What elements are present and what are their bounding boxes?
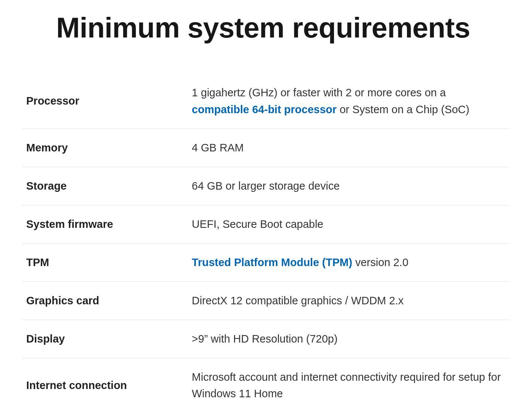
row-value: 4 GB RAM: [188, 129, 510, 167]
value-text-post: or System on a Chip (SoC): [337, 103, 469, 115]
row-label: System firmware: [22, 205, 188, 243]
value-text-post: version 2.0: [352, 256, 408, 268]
row-label: Display: [22, 320, 188, 358]
table-row: Graphics card DirectX 12 compatible grap…: [22, 281, 510, 320]
requirements-table: Processor 1 gigahertz (GHz) or faster wi…: [22, 74, 510, 413]
value-text-pre: 1 gigahertz (GHz) or faster with 2 or mo…: [192, 87, 446, 99]
row-value: >9” with HD Resolution (720p): [188, 320, 510, 358]
page-title: Minimum system requirements: [22, 11, 510, 44]
row-label: TPM: [22, 243, 188, 281]
table-row: System firmware UEFI, Secure Boot capabl…: [22, 205, 510, 243]
table-row: Internet connection Microsoft account an…: [22, 358, 510, 413]
row-label: Graphics card: [22, 281, 188, 320]
row-label: Internet connection: [22, 358, 188, 413]
table-row: Storage 64 GB or larger storage device: [22, 167, 510, 205]
row-value: Microsoft account and internet connectiv…: [188, 358, 510, 413]
row-value: Trusted Platform Module (TPM) version 2.…: [188, 243, 510, 281]
row-value: 64 GB or larger storage device: [188, 167, 510, 205]
row-value: 1 gigahertz (GHz) or faster with 2 or mo…: [188, 74, 510, 129]
table-row: Display >9” with HD Resolution (720p): [22, 320, 510, 358]
table-row: TPM Trusted Platform Module (TPM) versio…: [22, 243, 510, 281]
row-label: Storage: [22, 167, 188, 205]
table-row: Processor 1 gigahertz (GHz) or faster wi…: [22, 74, 510, 129]
tpm-link[interactable]: Trusted Platform Module (TPM): [192, 256, 352, 268]
table-row: Memory 4 GB RAM: [22, 129, 510, 167]
row-label: Processor: [22, 74, 188, 129]
row-value: UEFI, Secure Boot capable: [188, 205, 510, 243]
compatible-processor-link[interactable]: compatible 64-bit processor: [192, 103, 337, 115]
row-value: DirectX 12 compatible graphics / WDDM 2.…: [188, 281, 510, 320]
row-label: Memory: [22, 129, 188, 167]
